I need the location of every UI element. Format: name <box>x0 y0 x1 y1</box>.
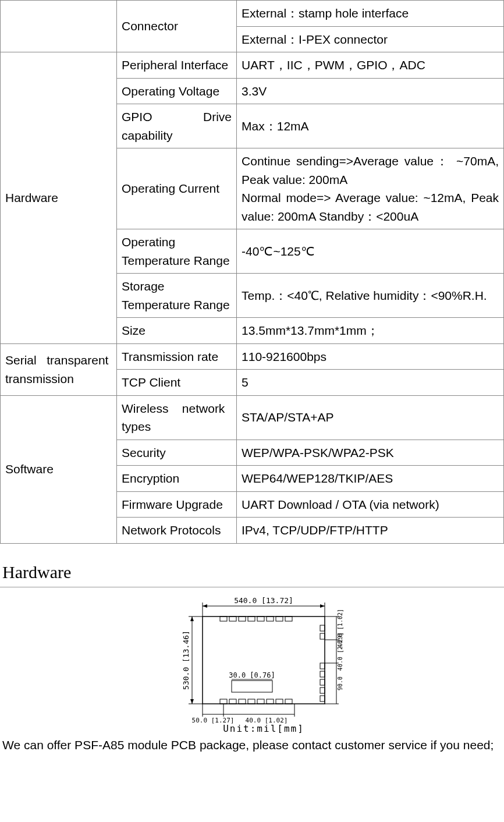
hardware-val-5: Temp.：<40℃, Relative humidity：<90%R.H. <box>237 274 504 318</box>
svg-marker-29 <box>320 604 325 608</box>
svg-rect-12 <box>320 671 325 677</box>
svg-rect-3 <box>239 616 246 621</box>
svg-rect-17 <box>229 699 236 704</box>
hardware-val-1: 3.3V <box>237 78 504 104</box>
svg-rect-16 <box>220 699 227 704</box>
connector-val2: External：I-PEX connector <box>237 26 504 52</box>
pcb-svg: 540.0 [13.72] 530.0 [13.46] 30.0 [0.76] … <box>144 593 360 733</box>
svg-rect-14 <box>320 688 325 693</box>
software-key-3: Firmware Upgrade <box>117 491 237 518</box>
svg-marker-33 <box>190 616 194 621</box>
dim-left-text: 530.0 [13.46] <box>182 630 190 690</box>
serial-val-0: 110-921600bps <box>237 343 504 370</box>
hardware-key-0: Peripheral Interface <box>117 52 237 79</box>
svg-rect-2 <box>229 616 236 621</box>
software-key-4: Network Protocols <box>117 518 237 544</box>
connector-label: Connector <box>117 1 237 52</box>
software-val-4: IPv4, TCP/UDP/FTP/HTTP <box>237 518 504 544</box>
svg-rect-19 <box>248 699 255 704</box>
dim-top-text: 540.0 [13.72] <box>234 596 293 605</box>
hardware-key-6: Size <box>117 318 237 344</box>
hardware-val-0: UART，IIC，PWM，GPIO，ADC <box>237 52 504 79</box>
software-val-3: UART Download / OTA (via network) <box>237 491 504 518</box>
software-key-1: Security <box>117 440 237 466</box>
svg-rect-8 <box>285 616 292 621</box>
software-key-2: Encryption <box>117 466 237 492</box>
footer-text: We can offer PSF-A85 module PCB package,… <box>0 736 504 754</box>
connector-val1: External：stamp hole interface <box>237 1 504 27</box>
connector-row-group <box>1 1 117 52</box>
hardware-val-6: 13.5mm*13.7mm*1mm； <box>237 318 504 344</box>
serial-val-1: 5 <box>237 370 504 396</box>
svg-rect-9 <box>320 625 325 631</box>
svg-rect-7 <box>276 616 283 621</box>
hardware-label: Hardware <box>1 52 117 344</box>
software-val-2: WEP64/WEP128/TKIP/AES <box>237 466 504 492</box>
hardware-key-5: Storage Temperature Range <box>117 274 237 318</box>
gpio-drive-line2: capability <box>122 126 173 145</box>
serial-key-1: TCP Client <box>117 370 237 396</box>
svg-rect-5 <box>257 616 264 621</box>
svg-rect-13 <box>320 679 325 685</box>
svg-rect-4 <box>248 616 255 621</box>
hardware-key-4: Operating Temperature Range <box>117 229 237 274</box>
software-val-0: STA/AP/STA+AP <box>237 395 504 440</box>
software-val-1: WEP/WPA-PSK/WPA2-PSK <box>237 440 504 466</box>
dim-inner-text: 30.0 [0.76] <box>229 671 275 679</box>
svg-rect-24 <box>232 681 272 692</box>
svg-rect-15 <box>320 696 325 701</box>
pcb-diagram: 540.0 [13.72] 530.0 [13.46] 30.0 [0.76] … <box>0 591 504 736</box>
serial-key-0: Transmission rate <box>117 343 237 370</box>
svg-marker-34 <box>190 699 194 704</box>
gpio-drive-line1: GPIO Drive <box>122 110 232 123</box>
svg-rect-21 <box>267 699 274 704</box>
dim-r-mid-text: 40.0 [2.29] <box>337 632 343 670</box>
software-key-0: Wireless networktypes <box>117 395 237 440</box>
svg-rect-23 <box>285 699 292 704</box>
hardware-key-2: GPIO Drivecapability <box>117 104 237 148</box>
svg-rect-0 <box>203 616 325 704</box>
serial-label: Serial transparenttransmission <box>1 343 117 395</box>
svg-marker-28 <box>203 604 207 608</box>
dim-r-bot-text: 90.0 <box>337 676 343 690</box>
software-label: Software <box>1 395 117 543</box>
svg-rect-20 <box>257 699 264 704</box>
svg-rect-22 <box>276 699 283 704</box>
svg-rect-11 <box>320 663 325 669</box>
svg-rect-6 <box>267 616 274 621</box>
hardware-heading: Hardware <box>0 562 504 582</box>
hardware-val-3: Continue sending=>Average value： ~70mA, … <box>237 148 504 229</box>
hardware-val-2: Max：12mA <box>237 104 504 148</box>
svg-rect-18 <box>239 699 246 704</box>
svg-rect-1 <box>220 616 227 621</box>
hardware-val-4: -40℃~125℃ <box>237 229 504 274</box>
divider <box>0 587 504 587</box>
hardware-key-3: Operating Current <box>117 148 237 229</box>
svg-rect-10 <box>320 633 325 639</box>
hardware-key-1: Operating Voltage <box>117 78 237 104</box>
spec-table: Connector External：stamp hole interface … <box>0 0 504 544</box>
unit-text: Unit:mil[mm] <box>223 723 304 733</box>
